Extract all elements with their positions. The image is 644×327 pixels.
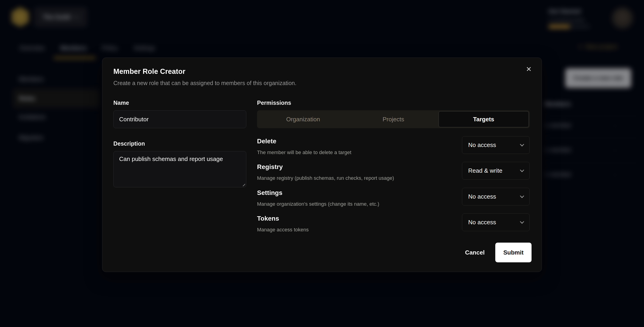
permission-description: Manage registry (publish schemas, run ch… <box>257 175 394 181</box>
tokens-access-select[interactable]: No access <box>462 214 530 231</box>
name-label: Name <box>114 99 129 106</box>
select-value: No access <box>468 141 496 149</box>
select-value: Read & write <box>468 167 502 174</box>
permissions-tabbar: Organization Projects Targets <box>257 110 530 128</box>
description-field-wrap: Can publish schemas and report usage <box>114 151 246 187</box>
chevron-down-icon <box>520 168 524 172</box>
permission-row-settings: Settings Manage organization's settings … <box>257 188 530 211</box>
tab-organization[interactable]: Organization <box>258 111 348 127</box>
permission-row-tokens: Tokens Manage access tokens No access <box>257 214 530 236</box>
chevron-down-icon <box>520 142 524 146</box>
tab-targets[interactable]: Targets <box>438 111 529 127</box>
permission-title: Delete <box>257 138 276 145</box>
select-value: No access <box>468 219 496 226</box>
permission-title: Tokens <box>257 215 279 222</box>
settings-access-select[interactable]: No access <box>462 188 530 205</box>
dialog-title: Member Role Creator <box>114 67 186 76</box>
member-role-creator-dialog: ✕ Member Role Creator Create a new role … <box>102 57 542 272</box>
dialog-subtitle: Create a new role that can be assigned t… <box>114 80 296 86</box>
chevron-down-icon <box>520 219 524 224</box>
close-icon[interactable]: ✕ <box>524 64 534 74</box>
permission-description: Manage organization's settings (change i… <box>257 201 380 207</box>
permission-row-registry: Registry Manage registry (publish schema… <box>257 162 530 185</box>
permission-title: Settings <box>257 189 282 197</box>
name-input[interactable] <box>114 110 246 128</box>
permission-row-delete: Delete The member will be able to delete… <box>257 136 530 159</box>
registry-access-select[interactable]: Read & write <box>462 162 530 180</box>
description-label: Description <box>114 140 145 147</box>
description-textarea[interactable]: Can publish schemas and report usage <box>114 151 246 187</box>
select-value: No access <box>468 193 496 200</box>
cancel-button[interactable]: Cancel <box>460 243 490 262</box>
permission-description: The member will be able to delete a targ… <box>257 150 352 155</box>
permissions-label: Permissions <box>257 99 291 106</box>
submit-button[interactable]: Submit <box>495 243 532 262</box>
tab-projects[interactable]: Projects <box>348 111 438 127</box>
delete-access-select[interactable]: No access <box>462 136 530 154</box>
permission-description: Manage access tokens <box>257 227 309 233</box>
chevron-down-icon <box>520 194 524 198</box>
permission-title: Registry <box>257 163 283 171</box>
